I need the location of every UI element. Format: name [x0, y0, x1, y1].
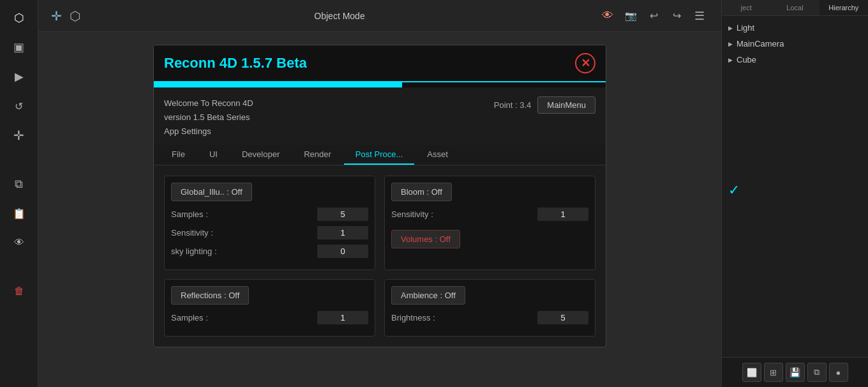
main-area: ✛ ⬡ Object Mode 👁 📷 ↩ ↪ ☰ Reconn 4D 1.5.…: [38, 0, 721, 387]
redo-icon[interactable]: ↪: [668, 7, 685, 25]
tab-post-proce[interactable]: Post Proce...: [344, 145, 414, 165]
close-button[interactable]: ✕: [575, 53, 595, 73]
light-label: Light: [737, 23, 754, 33]
rb-icon-screen[interactable]: ⬜: [742, 363, 761, 382]
right-tab-ject[interactable]: ject: [722, 0, 770, 15]
info-line2: version 1.5 Beta Series: [164, 110, 253, 125]
bloom-sensitivity-row: Sensitivity :: [391, 208, 588, 221]
trash-icon[interactable]: 🗑: [8, 280, 31, 303]
reflections-button[interactable]: Reflections : Off: [171, 286, 249, 305]
checkmark-area: ✓: [722, 178, 868, 202]
bloom-sensitivity-label: Sensitivity :: [391, 209, 433, 219]
sensitivity-input[interactable]: [317, 226, 368, 239]
cube-icon[interactable]: ⬡: [8, 6, 31, 29]
progress-bar: [154, 82, 402, 87]
refresh-icon[interactable]: ↺: [8, 95, 31, 118]
right-bottom-icons: ⬜ ⊞ 💾 ⧉ ●: [722, 357, 868, 387]
modal-overlay: Reconn 4D 1.5.7 Beta ✕ Welcome To Reconn…: [38, 32, 721, 387]
hierarchy-panel: ▶ Light ▶ MainCamera ▶ Cube: [722, 16, 868, 178]
info-line1: Welcome To Reconn 4D: [164, 96, 253, 110]
triangle-icon-maincamera: ▶: [728, 41, 733, 47]
sky-lighting-label: sky lighting :: [171, 247, 217, 256]
point-label: Point : 3.4: [494, 100, 532, 110]
tab-render[interactable]: Render: [292, 145, 343, 165]
viewport-area: Reconn 4D 1.5.7 Beta ✕ Welcome To Reconn…: [38, 32, 721, 387]
hierarchy-item-maincamera[interactable]: ▶ MainCamera: [722, 36, 868, 52]
ambience-brightness-input[interactable]: [537, 311, 588, 324]
square-icon[interactable]: ▣: [8, 36, 31, 59]
info-line3: App Settings: [164, 125, 253, 139]
move-icon[interactable]: ✛: [8, 124, 31, 147]
cube-label: Cube: [737, 55, 756, 64]
progress-bar-container: [154, 82, 606, 87]
clipboard-icon[interactable]: 📋: [8, 202, 31, 225]
bloom-sensitivity-input[interactable]: [537, 208, 588, 221]
left-sidebar: ⬡ ▣ ▶ ↺ ✛ ⧉ 📋 👁 🗑: [0, 0, 38, 387]
menu-icon[interactable]: ☰: [691, 7, 708, 25]
sky-lighting-input[interactable]: [317, 245, 368, 258]
modal-info-right: Point : 3.4 MainMenu: [494, 96, 595, 114]
cube-3d-icon: ⬡: [70, 8, 80, 24]
global-illum-panel: Global_Illu.. : Off Samples : Sensitivit…: [164, 176, 375, 270]
bloom-button[interactable]: Bloom : Off: [391, 183, 452, 201]
tab-developer[interactable]: Developer: [230, 145, 291, 165]
ambience-brightness-label: Brightness :: [391, 313, 435, 322]
right-panel: ject Local Hierarchy ▶ Light ▶ MainCamer…: [721, 0, 868, 387]
samples-label: Samples :: [171, 209, 208, 219]
modal-title: Reconn 4D 1.5.7 Beta: [164, 55, 307, 72]
ambience-button[interactable]: Ambience : Off: [391, 286, 465, 305]
sky-lighting-row: sky lighting :: [171, 245, 368, 258]
modal-title-bar: Reconn 4D 1.5.7 Beta ✕: [154, 45, 606, 82]
global-illum-button[interactable]: Global_Illu.. : Off: [171, 183, 252, 201]
modal-tabs: File UI Developer Render Post Proce... A…: [154, 145, 606, 165]
axes-icon: ✛: [51, 8, 62, 24]
reflections-panel: Reflections : Off Samples :: [164, 279, 375, 337]
tab-file[interactable]: File: [160, 145, 197, 165]
ambience-panel: Ambience : Off Brightness :: [384, 279, 595, 337]
right-tab-local[interactable]: Local: [770, 0, 819, 15]
top-bar-left: ✛ ⬡: [51, 8, 80, 24]
rb-icon-circle[interactable]: ●: [829, 363, 848, 382]
rb-icon-grid[interactable]: ⊞: [764, 363, 783, 382]
tab-ui[interactable]: UI: [198, 145, 229, 165]
reflections-samples-label: Samples :: [171, 313, 208, 322]
bloom-panel: Bloom : Off Sensitivity : Volumes : Off: [384, 176, 595, 270]
modal-info-text: Welcome To Reconn 4D version 1.5 Beta Se…: [164, 96, 253, 139]
camera-icon[interactable]: 📷: [622, 7, 640, 25]
modal-dialog: Reconn 4D 1.5.7 Beta ✕ Welcome To Reconn…: [153, 45, 606, 347]
hierarchy-item-light[interactable]: ▶ Light: [722, 20, 868, 36]
checkmark-icon: ✓: [728, 182, 740, 199]
maincamera-label: MainCamera: [737, 39, 784, 49]
undo-icon[interactable]: ↩: [645, 7, 662, 25]
reflections-samples-input[interactable]: [317, 311, 368, 324]
mode-label: Object Mode: [314, 11, 364, 21]
triangle-icon-cube: ▶: [728, 57, 733, 63]
play-icon[interactable]: ▶: [8, 65, 31, 88]
triangle-icon-light: ▶: [728, 25, 733, 31]
reflections-samples-row: Samples :: [171, 311, 368, 324]
top-bar-right: 👁 📷 ↩ ↪ ☰: [599, 7, 708, 25]
main-menu-button[interactable]: MainMenu: [537, 96, 595, 114]
right-panel-tabs: ject Local Hierarchy: [722, 0, 868, 16]
volumes-button[interactable]: Volumes : Off: [391, 230, 460, 248]
layers-icon[interactable]: ⧉: [8, 172, 31, 195]
modal-header-info: Welcome To Reconn 4D version 1.5 Beta Se…: [154, 87, 606, 145]
visibility-icon[interactable]: 👁: [599, 7, 617, 25]
modal-content: Global_Illu.. : Off Samples : Sensitivit…: [154, 165, 606, 347]
rb-icon-save[interactable]: 💾: [786, 363, 805, 382]
sensitivity-label: Sensitivity :: [171, 228, 213, 238]
samples-row: Samples :: [171, 208, 368, 221]
sensitivity-row: Sensitivity :: [171, 226, 368, 239]
tab-asset[interactable]: Asset: [415, 145, 460, 165]
eye-icon[interactable]: 👁: [8, 231, 31, 254]
top-bar: ✛ ⬡ Object Mode 👁 📷 ↩ ↪ ☰: [38, 0, 721, 32]
hierarchy-item-cube[interactable]: ▶ Cube: [722, 52, 868, 68]
right-tab-hierarchy[interactable]: Hierarchy: [819, 0, 868, 15]
rb-icon-copy[interactable]: ⧉: [807, 363, 827, 382]
ambience-brightness-row: Brightness :: [391, 311, 588, 324]
samples-input[interactable]: [317, 208, 368, 221]
